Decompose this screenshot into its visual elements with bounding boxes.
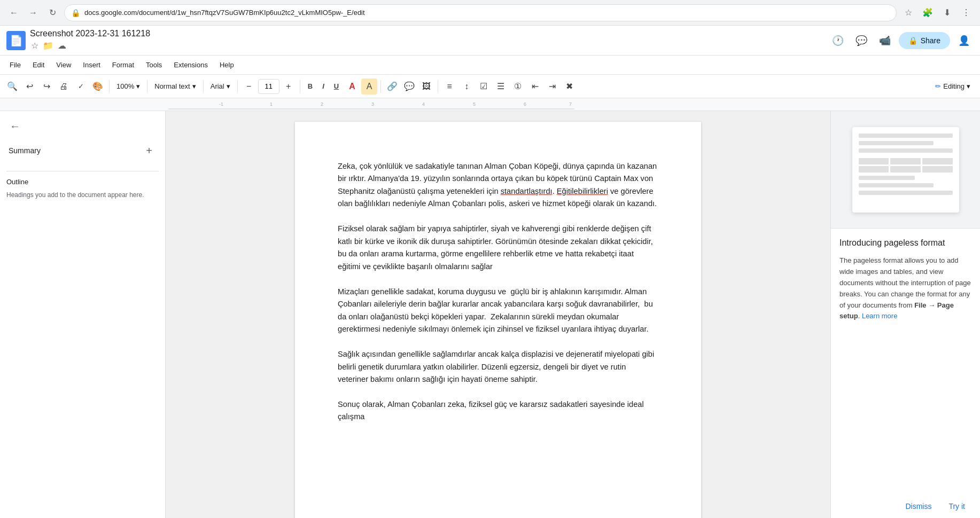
preview-cell-5 — [890, 166, 921, 172]
browser-actions: ☆ 🧩 ⬇ ⋮ — [901, 5, 974, 20]
favorite-button[interactable]: ☆ — [30, 40, 40, 52]
pageless-content: Introducing pageless format The pageless… — [831, 229, 980, 495]
video-call-button[interactable]: 📹 — [875, 31, 895, 50]
decrease-font-button[interactable]: − — [241, 79, 257, 95]
paint-format-button[interactable]: 🎨 — [90, 79, 106, 95]
back-button[interactable]: ← — [6, 5, 21, 20]
paragraph-1: Zeka, çok yönlülük ve sadakatiyle tanına… — [338, 160, 658, 210]
line-spacing-button[interactable]: ↕ — [458, 79, 475, 95]
browser-bar: ← → ↻ 🔒 docs.google.com/document/d/1w_hs… — [0, 0, 980, 26]
preview-line-3 — [859, 148, 953, 153]
menu-bar: File Edit View Insert Format Tools Exten… — [0, 56, 980, 75]
doc-page[interactable]: Zeka, çok yönlülük ve sadakatiyle tanına… — [295, 122, 701, 518]
spell-error-1: standartlaştırdı — [501, 187, 553, 195]
try-it-button[interactable]: Try it — [942, 499, 971, 514]
dismiss-button[interactable]: Dismiss — [899, 499, 938, 514]
spell-check-button[interactable]: ✓ — [73, 79, 89, 95]
svg-text:-1: -1 — [219, 101, 223, 107]
cloud-button[interactable]: ☁ — [57, 40, 67, 52]
editing-dropdown[interactable]: ✏ Editing ▾ — [930, 80, 976, 92]
preview-line-4 — [859, 176, 915, 180]
extension-button[interactable]: 🧩 — [920, 5, 935, 20]
style-label: Normal text — [154, 82, 190, 90]
account-button[interactable]: 👤 — [954, 31, 974, 50]
menu-edit[interactable]: Edit — [27, 59, 50, 71]
decrease-indent-button[interactable]: ⇤ — [527, 79, 543, 95]
comments-button[interactable]: 💬 — [852, 31, 871, 50]
download-button[interactable]: ⬇ — [939, 5, 954, 20]
divider-7 — [438, 80, 438, 93]
sidebar-back-button[interactable]: ← — [6, 117, 24, 135]
url-bar[interactable]: 🔒 docs.google.com/document/d/1w_hsn7ftqz… — [64, 4, 897, 21]
share-button[interactable]: 🔒 Share — [899, 32, 950, 49]
forward-button[interactable]: → — [26, 5, 41, 20]
ruler-svg: -1 1 2 3 4 5 6 7 — [168, 98, 574, 111]
redo-button[interactable]: ↪ — [38, 79, 55, 95]
divider-2 — [147, 80, 147, 93]
style-select[interactable]: Normal text ▾ — [151, 79, 199, 95]
underline-button[interactable]: U — [330, 79, 343, 95]
divider-6 — [380, 80, 381, 93]
menu-tools[interactable]: Tools — [141, 59, 167, 71]
ruler: -1 1 2 3 4 5 6 7 — [0, 98, 980, 111]
svg-text:7: 7 — [569, 101, 572, 107]
comment-button[interactable]: 💬 — [401, 79, 417, 95]
star-button[interactable]: ☆ — [901, 5, 916, 20]
paragraph-5: Sonuç olarak, Alman Çobanları zeka, fizi… — [338, 398, 658, 423]
zoom-chevron: ▾ — [136, 82, 140, 90]
checklist-button[interactable]: ☑ — [476, 79, 492, 95]
link-button[interactable]: 🔗 — [384, 79, 400, 95]
paragraph-4: Sağlık açısından genellikle sağlamdırlar… — [338, 348, 658, 386]
italic-button[interactable]: I — [318, 79, 329, 95]
pencil-icon: ✏ — [935, 82, 941, 90]
learn-more-link[interactable]: Learn more — [862, 312, 897, 320]
drive-button[interactable]: 📁 — [42, 40, 55, 52]
undo-button[interactable]: ↩ — [21, 79, 37, 95]
doc-area[interactable]: Zeka, çok yönlülük ve sadakatiyle tanına… — [166, 111, 830, 518]
menu-insert[interactable]: Insert — [77, 59, 106, 71]
preview-cell-6 — [922, 166, 953, 172]
zoom-select[interactable]: 100% ▾ — [113, 79, 144, 95]
doc-title[interactable]: Screenshot 2023-12-31 161218 — [30, 29, 824, 38]
font-select[interactable]: Arial ▾ — [207, 79, 234, 95]
preview-cell-3 — [922, 158, 953, 164]
search-button[interactable]: 🔍 — [4, 79, 20, 95]
preview-line-6 — [859, 191, 953, 195]
preview-line-1 — [859, 134, 953, 138]
image-button[interactable]: 🖼 — [418, 79, 434, 95]
preview-cell-2 — [890, 158, 921, 164]
more-button[interactable]: ⋮ — [959, 5, 974, 20]
menu-format[interactable]: Format — [107, 59, 139, 71]
svg-text:4: 4 — [422, 101, 425, 107]
url-text: docs.google.com/document/d/1w_hsn7ftqzV7… — [84, 9, 890, 17]
summary-add-button[interactable]: + — [142, 143, 157, 158]
divider-1 — [109, 80, 110, 93]
editing-label: Editing — [943, 82, 965, 90]
menu-help[interactable]: Help — [214, 59, 239, 71]
text-color-button[interactable]: A — [344, 79, 360, 95]
menu-view[interactable]: View — [51, 59, 76, 71]
increase-font-button[interactable]: + — [281, 79, 297, 95]
outline-title: Outline — [6, 178, 159, 186]
outline-placeholder: Headings you add to the document appear … — [6, 190, 159, 200]
font-size-input[interactable] — [258, 79, 279, 94]
reload-button[interactable]: ↻ — [45, 5, 60, 20]
clear-formatting-button[interactable]: ✖ — [561, 79, 577, 95]
bold-button[interactable]: B — [304, 79, 317, 95]
svg-text:6: 6 — [524, 101, 526, 107]
sidebar: ← Summary + Outline Headings you add to … — [0, 111, 166, 518]
increase-indent-button[interactable]: ⇥ — [544, 79, 560, 95]
menu-extensions[interactable]: Extensions — [168, 59, 213, 71]
doc-icon-symbol: 📄 — [10, 34, 23, 47]
font-label: Arial — [211, 82, 224, 90]
print-button[interactable]: 🖨 — [56, 79, 72, 95]
history-button[interactable]: 🕐 — [828, 31, 847, 50]
doc-title-actions: ☆ 📁 ☁ — [30, 40, 824, 52]
menu-file[interactable]: File — [4, 59, 26, 71]
preview-line-5 — [859, 183, 934, 187]
highlight-button[interactable]: A — [361, 79, 377, 95]
bullet-list-button[interactable]: ☰ — [493, 79, 509, 95]
header-right: 🕐 💬 📹 🔒 Share 👤 — [828, 31, 974, 50]
numbered-list-button[interactable]: ① — [510, 79, 526, 95]
align-button[interactable]: ≡ — [441, 79, 457, 95]
